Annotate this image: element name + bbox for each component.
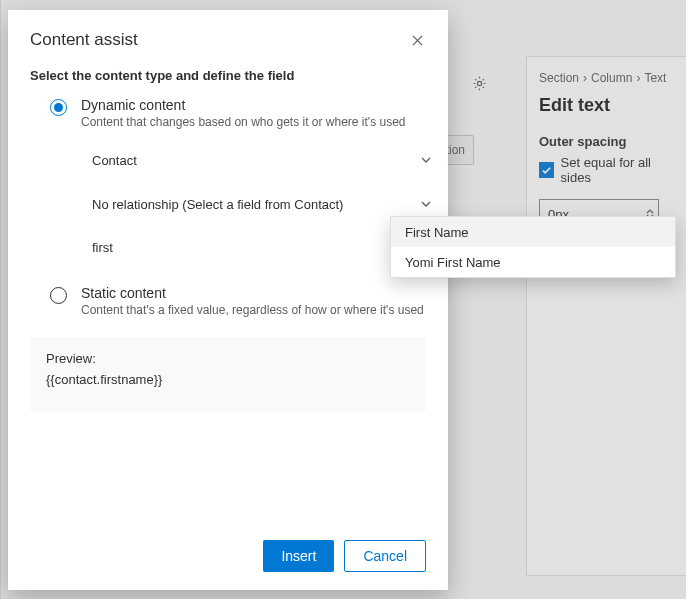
suggestion-label: First Name [405, 225, 469, 240]
static-content-option[interactable]: Static content Content that's a fixed va… [50, 285, 426, 317]
dynamic-desc: Content that changes based on who gets i… [81, 115, 406, 129]
relationship-dropdown[interactable]: No relationship (Select a field from Con… [82, 187, 442, 221]
static-title: Static content [81, 285, 424, 301]
dialog-title: Content assist [30, 30, 138, 50]
suggestion-flyout: First Name Yomi First Name [390, 216, 676, 278]
suggestion-item[interactable]: Yomi First Name [391, 247, 675, 277]
cancel-button-label: Cancel [363, 548, 407, 564]
radio-selected-icon[interactable] [50, 99, 67, 116]
chevron-down-icon [420, 198, 432, 210]
static-desc: Content that's a fixed value, regardless… [81, 303, 424, 317]
entity-dropdown-value: Contact [92, 153, 137, 168]
suggestion-item[interactable]: First Name [391, 217, 675, 247]
preview-label: Preview: [46, 351, 410, 366]
chevron-down-icon [420, 154, 432, 166]
field-search-input[interactable]: first [82, 231, 442, 263]
dialog-instruction: Select the content type and define the f… [30, 68, 426, 83]
dynamic-title: Dynamic content [81, 97, 406, 113]
preview-box: Preview: {{contact.firstname}} [30, 337, 426, 411]
dynamic-content-option[interactable]: Dynamic content Content that changes bas… [50, 97, 426, 129]
relationship-dropdown-value: No relationship (Select a field from Con… [92, 197, 343, 212]
content-assist-dialog: Content assist Select the content type a… [8, 10, 448, 590]
cancel-button[interactable]: Cancel [344, 540, 426, 572]
suggestion-label: Yomi First Name [405, 255, 501, 270]
insert-button-label: Insert [281, 548, 316, 564]
preview-value: {{contact.firstname}} [46, 372, 410, 387]
close-icon[interactable] [408, 31, 426, 49]
radio-unselected-icon[interactable] [50, 287, 67, 304]
entity-dropdown[interactable]: Contact [82, 143, 442, 177]
field-search-value: first [92, 240, 113, 255]
insert-button[interactable]: Insert [263, 540, 334, 572]
